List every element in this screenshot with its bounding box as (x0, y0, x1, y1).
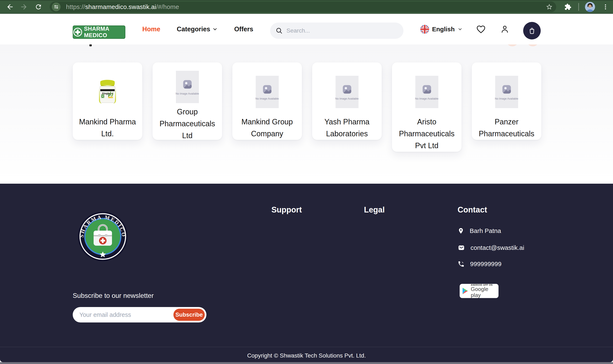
google-play-badge[interactable]: ANDROID APP ON Google play (460, 284, 499, 298)
copyright-text: Copyright © Shwastik Tech Solutions Pvt.… (0, 352, 613, 359)
address-bar[interactable]: https://sharmamedico.swastik.ai/#/home (50, 1, 556, 12)
brand-card[interactable]: No Image Available Mankind Group Company (232, 62, 302, 140)
brand-card[interactable]: No Image Available Group Pharmaceuticals… (152, 62, 222, 140)
contact-phone[interactable]: 999999999 (458, 259, 502, 269)
footer-support-heading: Support (272, 205, 302, 214)
site-header: SHARMA MEDICO Home Categories Offers (0, 14, 613, 44)
brand-card[interactable]: No Image Available Aristo Pharmaceutical… (392, 62, 462, 152)
subscribe-button[interactable]: Subscribe (173, 309, 205, 321)
menu-dots-icon[interactable] (601, 3, 610, 11)
image-placeholder-icon (501, 84, 512, 95)
search-bar[interactable] (270, 23, 403, 39)
site-logo[interactable]: SHARMA MEDICO (73, 26, 125, 39)
browser-chrome: https://sharmamedico.swastik.ai/#/home (0, 0, 613, 14)
brand-name: Mankind Group Company (232, 116, 302, 140)
footer-legal-heading: Legal (364, 205, 385, 214)
nav-offers-label: Offers (234, 26, 253, 33)
url-path: /#/home (156, 3, 179, 11)
brand-card[interactable]: No Image Available Panzer Pharmaceutical… (472, 62, 541, 140)
contact-email-text: contact@swastik.ai (471, 244, 524, 251)
newsletter-heading: Subscribe to our newsletter (73, 292, 154, 299)
no-image-text: No Image Available (335, 97, 359, 100)
chrome-divider (578, 3, 579, 11)
footer-divider (0, 347, 613, 347)
shopping-bag-icon (528, 27, 536, 35)
person-icon (500, 25, 509, 34)
logo-text: SHARMA MEDICO (84, 26, 125, 39)
language-selector[interactable]: English (420, 14, 463, 44)
contact-email[interactable]: contact@swastik.ai (458, 243, 524, 253)
no-image-placeholder: No Image Available (176, 71, 199, 103)
newsletter-form: Subscribe (73, 307, 206, 323)
page: https://sharmamedico.swastik.ai/#/home S… (0, 0, 613, 364)
phone-icon (458, 260, 465, 268)
nav-home[interactable]: Home (142, 14, 160, 44)
cart-button[interactable] (523, 22, 541, 39)
brand-name: Mankind Pharma Ltd. (73, 116, 142, 140)
medical-cross-icon (73, 28, 82, 37)
brand-name: Yash Pharma Laboratories (312, 116, 382, 140)
envelope-icon (458, 244, 465, 251)
no-image-text: No Image Available (256, 97, 279, 100)
url-text[interactable]: https://sharmamedico.swastik.ai/#/home (66, 1, 179, 12)
brand-card[interactable]: No Image Available Yash Pharma Laborator… (312, 62, 382, 140)
image-placeholder-icon (262, 84, 273, 95)
nav-categories[interactable]: Categories (177, 14, 218, 44)
contact-address[interactable]: Barh Patna (458, 226, 501, 236)
uk-flag-icon (420, 25, 429, 34)
footer-contact-heading: Contact (458, 205, 487, 214)
reload-button[interactable] (34, 3, 43, 11)
no-image-text: No Image Available (176, 92, 199, 95)
language-label: English (432, 26, 455, 33)
forward-button[interactable] (20, 3, 28, 11)
site-settings-icon[interactable] (52, 2, 61, 11)
google-play-name: Google play (471, 286, 496, 298)
wishlist-button[interactable] (476, 14, 486, 44)
chevron-down-icon (458, 27, 463, 32)
url-scheme: https:// (66, 3, 85, 11)
profile-avatar[interactable] (585, 2, 595, 12)
image-placeholder-icon (182, 79, 193, 90)
image-placeholder-icon (421, 84, 433, 95)
brand-card[interactable]: Alograce Mankind Pharma Ltd. (73, 62, 142, 140)
nav-offers[interactable]: Offers (234, 14, 253, 44)
no-image-placeholder: No Image Available (495, 76, 518, 108)
no-image-text: No Image Available (415, 97, 438, 100)
brands-section: Alograce Mankind Pharma Ltd. No Image Av… (0, 44, 613, 184)
account-button[interactable] (500, 14, 509, 44)
back-button[interactable] (6, 3, 14, 11)
no-image-placeholder: No Image Available (336, 76, 358, 108)
contact-phone-text: 999999999 (470, 260, 502, 268)
search-input[interactable] (286, 27, 401, 34)
horizontal-scrollbar[interactable] (0, 362, 613, 364)
brand-name: Panzer Pharmaceuticals (472, 116, 541, 140)
extensions-icon[interactable] (564, 3, 572, 11)
image-placeholder-icon (341, 84, 353, 95)
no-image-placeholder: No Image Available (256, 76, 279, 108)
search-icon (276, 27, 283, 34)
product-jar-image: Alograce (95, 78, 120, 106)
contact-address-text: Barh Patna (470, 227, 501, 234)
brand-image: Alograce (95, 71, 120, 113)
bookmark-star-icon[interactable] (546, 3, 553, 11)
heart-icon (476, 25, 486, 34)
url-host: sharmamedico.swastik.ai (85, 3, 156, 11)
nav-categories-label: Categories (177, 26, 210, 33)
brand-name: Group Pharmaceuticals Ltd (152, 106, 222, 142)
google-play-icon (463, 287, 468, 295)
nav-home-label: Home (142, 26, 160, 33)
footer-logo-badge: SHARMA MEDICO (78, 211, 128, 261)
no-image-placeholder: No Image Available (415, 76, 438, 108)
truncated-section-heading (89, 44, 92, 46)
chevron-down-icon (212, 26, 218, 32)
footer: SHARMA MEDICO Support Legal Contact Barh… (0, 184, 613, 362)
brand-name: Aristo Pharmaceuticals Pvt Ltd (392, 116, 462, 152)
no-image-text: No Image Available (495, 97, 518, 100)
location-pin-icon (458, 227, 464, 235)
